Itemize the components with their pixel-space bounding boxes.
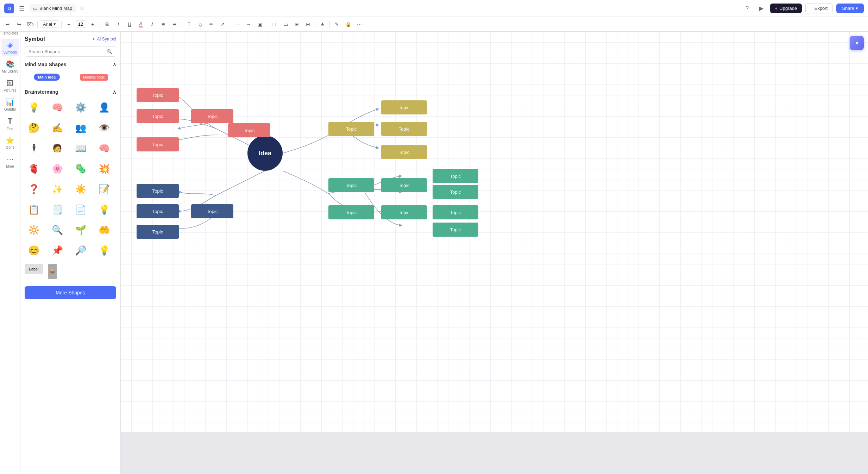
ai-symbol-button[interactable]: ✦ AI Symbol	[92, 37, 116, 42]
edit-button[interactable]: ✎	[332, 19, 342, 29]
extra-icon-box[interactable]: 📦	[48, 264, 57, 279]
font-size-control[interactable]: − +	[64, 19, 98, 29]
arrow-tool[interactable]: →	[244, 19, 253, 29]
upgrade-button[interactable]: ♦ Upgrade	[770, 4, 802, 13]
brainstorm-icon-person[interactable]: 👤	[95, 98, 113, 117]
export-button[interactable]: ↑ Export	[805, 3, 833, 13]
brainstorm-icon-clipboard[interactable]: 📋	[25, 200, 43, 219]
play-button[interactable]: ▶	[756, 3, 767, 14]
topic-node-7[interactable]: Topic	[328, 122, 374, 136]
brainstorm-icon-brain3[interactable]: 🫀	[25, 160, 43, 178]
favorite-button[interactable]: ☆	[79, 5, 84, 12]
brainstorming-header[interactable]: Brainstorming ∧	[25, 89, 116, 95]
brainstorm-icon-think[interactable]: 🤔	[25, 119, 43, 137]
brainstorm-icon-search1[interactable]: 🔍	[48, 221, 67, 239]
brainstorm-icon-group[interactable]: 👥	[71, 119, 90, 137]
topic-node-19[interactable]: Topic	[381, 205, 427, 219]
font-size-input[interactable]	[75, 20, 86, 28]
idea-node[interactable]: Idea	[247, 136, 283, 171]
topic-node-6[interactable]: Topic	[381, 100, 427, 114]
brainstorm-icon-burst1[interactable]: 💥	[95, 160, 113, 178]
connector-button[interactable]: ↗	[218, 19, 228, 29]
brainstorm-icon-brain5[interactable]: 🦠	[71, 160, 90, 178]
mind-map-shapes-header[interactable]: Mind Map Shapes ∧	[25, 62, 116, 67]
document-tab[interactable]: ▭ Blank Mind Map	[30, 4, 76, 12]
eraser-button[interactable]: ⌦	[25, 19, 35, 29]
rect2-button[interactable]: ▭	[281, 19, 290, 29]
group1-button[interactable]: ⊞	[292, 19, 302, 29]
topic-node-9[interactable]: Topic	[381, 145, 427, 159]
extra-icon-label[interactable]: Label	[25, 264, 43, 274]
topic-node-3[interactable]: Topic	[191, 109, 233, 123]
brainstorm-icon-magnify[interactable]: 🔎	[71, 241, 90, 260]
menu-button[interactable]: ☰	[18, 3, 26, 14]
topic-node-13[interactable]: Topic	[137, 225, 179, 239]
topic-node-15[interactable]: Topic	[381, 178, 427, 192]
brainstorm-icon-silhouette2[interactable]: 🧑	[48, 139, 67, 157]
help-button[interactable]: ?	[742, 3, 753, 14]
canvas[interactable]: ✦	[121, 32, 868, 432]
topic-node-1[interactable]: Topic	[137, 88, 179, 102]
topic-node-14[interactable]: Topic	[328, 178, 374, 192]
brainstorm-icon-eye[interactable]: 👁️	[95, 119, 113, 137]
brainstorm-icon-burst2[interactable]: ✨	[48, 180, 67, 198]
topic-node-17[interactable]: Topic	[433, 185, 478, 199]
sidebar-item-icons[interactable]: ⭐ Icons	[1, 134, 19, 151]
brainstorm-icon-question[interactable]: ❓	[25, 180, 43, 198]
brainstorm-icon-lightbulb2[interactable]: 💡	[95, 200, 113, 219]
lock-button[interactable]: 🔒	[343, 19, 353, 29]
undo-button[interactable]: ↩	[3, 19, 13, 29]
font-size-increase[interactable]: +	[88, 19, 98, 29]
topic-node-16[interactable]: Topic	[433, 169, 478, 183]
brainstorm-icon-idea2[interactable]: 💡	[95, 241, 113, 260]
brainstorm-icon-notes[interactable]: 📄	[71, 200, 90, 219]
topic-node-21[interactable]: Topic	[433, 223, 478, 237]
search-shapes-box[interactable]: 🔍	[25, 46, 116, 57]
text-button[interactable]: T	[184, 19, 194, 29]
more-shapes-button[interactable]: More Shapes	[25, 286, 116, 299]
meeting-topic-shape[interactable]: Meeting Topic	[72, 71, 116, 83]
brainstorm-icon-brain4[interactable]: 🌸	[48, 160, 67, 178]
redo-button[interactable]: ↪	[14, 19, 24, 29]
ai-assistant-button[interactable]: ✦	[850, 36, 864, 50]
topic-node-4[interactable]: Topic	[228, 123, 270, 137]
line-tool[interactable]: —	[232, 19, 242, 29]
brainstorm-icon-notepad[interactable]: 🗒️	[48, 200, 67, 219]
brainstorm-icon-book[interactable]: 📖	[71, 139, 90, 157]
topic-node-10[interactable]: Topic	[137, 184, 179, 198]
pen-button[interactable]: ✏	[207, 19, 216, 29]
brainstorm-icon-note[interactable]: 📝	[95, 180, 113, 198]
topic-node-11[interactable]: Topic	[137, 204, 179, 218]
brainstorm-icon-seed[interactable]: 🌱	[71, 221, 90, 239]
sidebar-item-text[interactable]: T Text	[1, 115, 19, 132]
sidebar-item-library[interactable]: 📚 My Library	[1, 58, 19, 75]
bold-button[interactable]: B	[102, 19, 112, 29]
brainstorm-icon-bulb[interactable]: 💡	[25, 98, 43, 117]
main-idea-shape[interactable]: Main Idea	[25, 71, 69, 83]
sidebar-item-graphs[interactable]: 📊 Graphs	[1, 96, 19, 113]
font-size-decrease[interactable]: −	[64, 19, 74, 29]
brainstorm-icon-gear[interactable]: ⚙️	[71, 98, 90, 117]
brainstorm-icon-smiley[interactable]: 😊	[25, 241, 43, 260]
align-justify-button[interactable]: ≣	[170, 19, 180, 29]
clear-shape-button[interactable]: ◇	[195, 19, 205, 29]
sidebar-item-pictures[interactable]: 🖼 Pictures	[1, 77, 19, 94]
font-family-select[interactable]: Arial ▾	[40, 20, 59, 28]
topic-node-8[interactable]: Topic	[381, 122, 427, 136]
border-style[interactable]: ▣	[255, 19, 265, 29]
topic-node-5[interactable]: Topic	[137, 137, 179, 151]
brainstorm-icon-sun[interactable]: ☀️	[71, 180, 90, 198]
brainstorm-icon-brain2[interactable]: 🧠	[95, 139, 113, 157]
align-center-button[interactable]: ≡	[158, 19, 168, 29]
brainstorm-icon-hand[interactable]: 🤲	[95, 221, 113, 239]
sidebar-item-more[interactable]: ⋯ More	[1, 153, 19, 170]
brainstorm-icon-pin[interactable]: 📌	[48, 241, 67, 260]
search-shapes-input[interactable]	[29, 49, 104, 54]
brainstorm-icon-silhouette1[interactable]: 🕴️	[25, 139, 43, 157]
rect1-button[interactable]: □	[269, 19, 279, 29]
italic-style-button[interactable]: 𝐼	[147, 19, 157, 29]
topic-node-12[interactable]: Topic	[191, 204, 233, 218]
brainstorm-icon-brain1[interactable]: 🧠	[48, 98, 67, 117]
topic-node-18[interactable]: Topic	[328, 205, 374, 219]
underline-button[interactable]: U	[125, 19, 134, 29]
